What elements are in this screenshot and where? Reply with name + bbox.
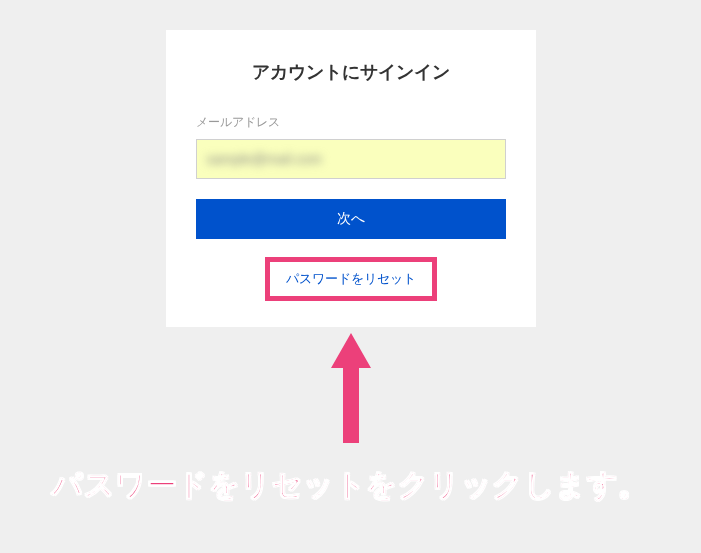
reset-link-container: パスワードをリセット [196, 257, 506, 301]
email-input[interactable]: sample@mail.com [196, 139, 506, 179]
instruction-text: パスワードをリセットをクリックします。 [0, 465, 701, 506]
arrow-up-icon [321, 328, 381, 448]
reset-password-link[interactable]: パスワードをリセット [265, 257, 437, 301]
email-label: メールアドレス [196, 114, 506, 131]
signin-card: アカウントにサインイン メールアドレス sample@mail.com 次へ パ… [166, 30, 536, 327]
email-value-blurred: sample@mail.com [207, 151, 322, 167]
next-button[interactable]: 次へ [196, 199, 506, 239]
card-title: アカウントにサインイン [196, 60, 506, 84]
annotation-arrow [321, 328, 381, 448]
